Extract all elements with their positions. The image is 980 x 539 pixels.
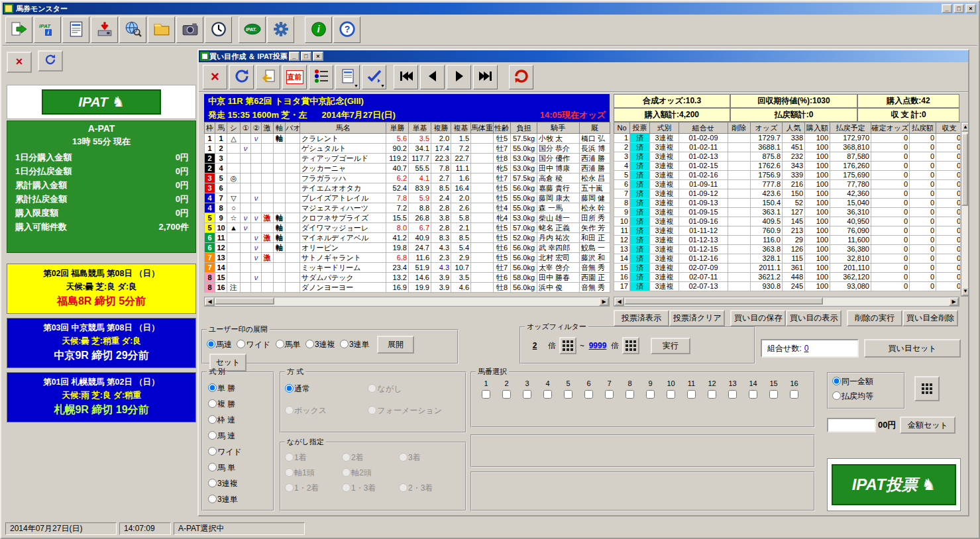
horse-row[interactable]: 4 8 ○ マジェスティハーツ 7.2 8.8 2.8 2.6: [205, 203, 610, 213]
delete-cell[interactable]: [728, 208, 751, 217]
bet-type-radio[interactable]: 3連複: [208, 478, 268, 489]
scroll-left-icon[interactable]: ◀: [614, 297, 624, 306]
horse-row[interactable]: 2 3 ティアップゴールド 119.2 117.7 22.3 22.7: [205, 154, 610, 164]
horse-number-checkbox[interactable]: 13: [722, 379, 743, 399]
delete-cell[interactable]: [728, 162, 751, 171]
bet-type-radio[interactable]: 枠 連: [208, 415, 268, 426]
bet-row[interactable]: 3 済 3連複 01-02-13 875.8 232 100 87,580 0 …: [614, 152, 963, 162]
settings-button[interactable]: [267, 17, 294, 43]
media-button[interactable]: [176, 17, 203, 43]
delete-cell[interactable]: [728, 180, 751, 189]
horse-number-checkbox[interactable]: 2: [496, 379, 517, 399]
user-mark-radio[interactable]: 3連単: [340, 340, 370, 349]
left-close-button[interactable]: ×: [7, 52, 32, 73]
report-menu-button[interactable]: ▼: [335, 65, 360, 89]
horse-row[interactable]: 2 4 クッカーニャ 40.7 55.5 7.8 11.1: [205, 164, 610, 173]
bet-row[interactable]: 12 済 3連複 01-12-13 116.0 29 100 11,600 0 …: [614, 236, 963, 245]
delete-cell[interactable]: [728, 264, 751, 273]
download-button[interactable]: [91, 17, 118, 43]
nagashi-radio[interactable]: 軸2頭: [342, 467, 396, 479]
scroll-track[interactable]: [624, 297, 949, 306]
horse-number-checkbox[interactable]: 11: [681, 379, 702, 399]
bet-row[interactable]: 1 済 3連複 01-02-09 1729.7 338 100 172,970 …: [614, 134, 963, 143]
horse-row[interactable]: 7 13 ν 激 サトノギャラント 6.8 11.6 2.3 2.9: [205, 253, 610, 263]
delete-cell[interactable]: [728, 236, 751, 245]
horse-row[interactable]: 1 2 ν ゲシュタルト 90.2 34.1 17.4 7.2: [205, 144, 610, 154]
bet-minimize-button[interactable]: _: [289, 52, 299, 61]
horse-row[interactable]: 4 7 ▽ ν ブレイズアトレイル 7.8 5.9 2.4 2.0: [205, 193, 610, 203]
horse-number-checkbox[interactable]: 15: [763, 379, 784, 399]
bet-type-radio[interactable]: 複 勝: [208, 399, 268, 410]
nagashi-radio[interactable]: 軸1頭: [285, 467, 339, 479]
horse-row[interactable]: 6 12 ν 軸 オリービン 19.8 24.7 4.3 5.4: [205, 243, 610, 253]
refresh-button[interactable]: [229, 65, 254, 89]
report-button[interactable]: [62, 17, 89, 43]
bet-row[interactable]: 6 済 3連複 01-09-11 777.8 216 100 77,780 0 …: [614, 180, 963, 189]
delete-cell[interactable]: [728, 273, 751, 282]
clock-button[interactable]: [205, 17, 232, 43]
horse-number-checkbox[interactable]: 12: [702, 379, 722, 399]
scroll-down-icon[interactable]: ▼: [961, 287, 969, 296]
horse-row[interactable]: 3 6 テイエムオオタカ 52.4 83.9 8.5 16.4: [205, 183, 610, 193]
bet-type-radio[interactable]: 単 勝: [208, 383, 268, 394]
bet-table-hscrollbar[interactable]: ◀ ▶: [614, 297, 959, 307]
bet-row[interactable]: 10 済 3連複 01-09-16 409.5 145 100 40,950 0…: [614, 217, 963, 226]
method-radio[interactable]: 通常: [285, 383, 366, 395]
horse-number-checkbox[interactable]: 1: [476, 379, 496, 399]
bet-type-radio[interactable]: 馬 単: [208, 462, 268, 473]
next-race-button[interactable]: [447, 65, 471, 89]
scroll-thumb[interactable]: [961, 133, 968, 206]
nagashi-radio[interactable]: 1着: [285, 452, 339, 464]
bet-close-button[interactable]: ×: [313, 52, 323, 61]
delete-cell[interactable]: [728, 254, 751, 264]
bet-row[interactable]: 11 済 3連複 01-11-12 760.9 213 100 76,090 0…: [614, 226, 963, 236]
nagashi-radio[interactable]: 2・3着: [399, 483, 453, 494]
user-mark-radio[interactable]: 馬連: [207, 340, 232, 349]
user-mark-radio[interactable]: 3連複: [305, 340, 335, 349]
delete-cell[interactable]: [728, 226, 751, 236]
delete-all-bets-button[interactable]: 買い目全削除: [902, 310, 958, 326]
delete-cell[interactable]: [728, 217, 751, 226]
delete-cell[interactable]: [728, 245, 751, 254]
user-mark-radio[interactable]: ワイド: [237, 340, 270, 349]
bet-row[interactable]: 7 済 3連複 01-09-12 423.6 150 100 42,360 0 …: [614, 189, 963, 199]
delete-cell[interactable]: [728, 134, 751, 143]
amount-set-button[interactable]: 金額セット: [900, 416, 955, 434]
horse-row[interactable]: 8 15 ν サダムパテック 13.2 14.6 3.9 3.5: [205, 273, 610, 283]
help-button[interactable]: ?: [333, 17, 360, 43]
amount-input[interactable]: [827, 418, 876, 432]
horse-row[interactable]: 1 1 △ ν 軸 クラレント 5.6 3.5 2.0 1.5: [205, 134, 610, 144]
close-button[interactable]: ×: [965, 4, 976, 13]
left-refresh-button[interactable]: [38, 50, 63, 72]
vote-menu-button[interactable]: ▼: [362, 65, 386, 89]
horse-number-checkbox[interactable]: 8: [620, 379, 640, 399]
method-radio[interactable]: フォーメーション: [368, 405, 449, 416]
horse-row[interactable]: 8 16 注 ダノンヨーヨー 16.9 19.9 3.9 4.6: [205, 283, 610, 293]
run-filter-button[interactable]: 実行: [651, 338, 690, 354]
ipat-site-button[interactable]: IPAT.: [239, 17, 266, 43]
bet-maximize-button[interactable]: □: [301, 52, 311, 61]
scroll-thumb[interactable]: [215, 297, 274, 305]
show-bets-button[interactable]: 買い目の表示: [786, 310, 842, 326]
scroll-track[interactable]: [961, 132, 969, 287]
horse-row[interactable]: 5 10 ▲ ν 軸 ダイワマッジョーレ 8.0 6.7 2.8 2.1: [205, 223, 610, 233]
bet-row[interactable]: 5 済 3連複 01-02-16 1756.9 339 100 175,690 …: [614, 171, 963, 180]
bet-set-button[interactable]: 買い目セット: [864, 339, 961, 358]
horse-number-checkbox[interactable]: 4: [537, 379, 558, 399]
keypad-button[interactable]: [559, 337, 576, 354]
nagashi-radio[interactable]: 3着: [399, 452, 453, 464]
method-radio[interactable]: ながし: [368, 383, 449, 395]
scroll-left-icon[interactable]: ◀: [205, 297, 215, 306]
odds-max-value[interactable]: 9999: [588, 341, 608, 350]
ipat-info-button[interactable]: IPATi: [34, 17, 61, 43]
bet-row[interactable]: 17 済 3連複 02-07-13 930.8 245 100 93,080 0…: [614, 282, 963, 291]
equal-payout-radio[interactable]: 払戻均等: [832, 391, 897, 402]
maximize-button[interactable]: □: [953, 4, 964, 13]
latest-odds-button[interactable]: 直前: [282, 65, 307, 89]
user-mark-radio[interactable]: 馬単: [276, 340, 301, 349]
bet-row[interactable]: 2 済 3連複 01-02-11 3688.1 451 100 368,810 …: [614, 143, 963, 152]
horse-row[interactable]: 6 11 ν 激 軸 マイネルディアベル 41.2 40.9 8.3 8.5: [205, 233, 610, 243]
close-view-button[interactable]: ×: [203, 65, 227, 89]
mark-list-button[interactable]: [309, 65, 333, 89]
delete-cell[interactable]: [728, 189, 751, 199]
